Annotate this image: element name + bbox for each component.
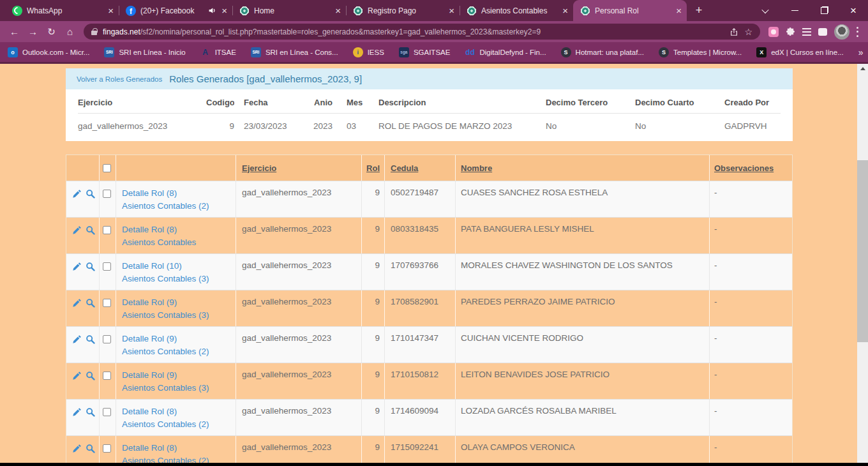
- minimize-button[interactable]: [780, 0, 809, 21]
- reading-list-icon[interactable]: [802, 28, 811, 36]
- row-checkbox[interactable]: [103, 408, 111, 416]
- bookmark-label: SRI en Línea - Cons...: [266, 49, 338, 56]
- tab-search-chevron-icon[interactable]: [751, 0, 780, 21]
- bookmark-item[interactable]: S Hotmart: una plataf...: [561, 47, 644, 57]
- restore-button[interactable]: [809, 0, 839, 21]
- bookmark-item[interactable]: sga SGAITSAE: [399, 47, 451, 57]
- tab-close-icon[interactable]: [108, 6, 114, 15]
- detalle-rol-link[interactable]: Detalle Rol (8): [122, 223, 236, 236]
- browser-tab[interactable]: (20+) Facebook: [119, 0, 232, 21]
- asientos-contables-link[interactable]: Asientos Contables (2): [122, 345, 236, 358]
- reload-icon[interactable]: ↻: [43, 26, 60, 38]
- bookmark-item[interactable]: SRI SRI en Línea - Inicio: [104, 47, 185, 57]
- pink-extension-icon[interactable]: [768, 27, 779, 37]
- bookmark-item[interactable]: SRI SRI en Línea - Cons...: [251, 47, 338, 57]
- row-checkbox[interactable]: [103, 372, 111, 380]
- back-icon[interactable]: ←: [6, 26, 23, 37]
- asientos-contables-link[interactable]: Asientos Contables (3): [122, 382, 236, 395]
- browser-tab[interactable]: Registro Pago: [346, 0, 460, 21]
- scrollbar-up-arrow-icon[interactable]: [857, 64, 868, 73]
- select-all-checkbox[interactable]: [103, 164, 111, 172]
- edit-pencil-icon[interactable]: [72, 262, 82, 271]
- master-value-anio: 2023: [311, 114, 333, 131]
- tab-close-icon[interactable]: [676, 6, 682, 15]
- bookmark-item[interactable]: A ITSAE: [200, 47, 236, 57]
- view-magnifier-icon[interactable]: [86, 407, 95, 417]
- view-magnifier-icon[interactable]: [86, 225, 95, 235]
- cell-rol: 9: [362, 436, 385, 466]
- browser-tab[interactable]: Asientos Contables: [460, 0, 573, 21]
- menu-kebab-icon[interactable]: [857, 27, 859, 37]
- back-to-roles-link[interactable]: Volver a Roles Generados: [77, 75, 162, 83]
- profile-avatar[interactable]: [834, 24, 849, 40]
- bookmark-item[interactable]: S Templates | Microw...: [659, 47, 742, 57]
- bookmark-star-icon[interactable]: [744, 27, 752, 37]
- cell-cedula: 1708582901: [385, 290, 456, 326]
- view-magnifier-icon[interactable]: [86, 189, 95, 199]
- row-checkbox[interactable]: [103, 262, 111, 271]
- edit-pencil-icon[interactable]: [72, 444, 82, 453]
- navigation-toolbar: ← → ↻ ⌂ fingads.net/sf2/nomina/personal_…: [0, 21, 868, 42]
- view-magnifier-icon[interactable]: [86, 444, 95, 453]
- asientos-contables-link[interactable]: Asientos Contables (3): [122, 309, 236, 322]
- edit-pencil-icon[interactable]: [72, 225, 82, 235]
- cell-ejercicio: gad_vallehermos_2023: [236, 290, 362, 326]
- column-header-nombre[interactable]: Nombre: [461, 163, 492, 173]
- tab-close-icon[interactable]: [335, 6, 341, 15]
- forward-icon[interactable]: →: [24, 26, 41, 37]
- edit-pencil-icon[interactable]: [72, 334, 82, 344]
- row-checkbox[interactable]: [103, 226, 111, 234]
- asientos-contables-link[interactable]: Asientos Contables (3): [122, 273, 236, 285]
- view-magnifier-icon[interactable]: [86, 262, 95, 271]
- browser-tab[interactable]: Personal Rol: [573, 0, 687, 21]
- browser-tab[interactable]: WhatsApp: [5, 0, 119, 21]
- cell-cedula: 1707693766: [385, 254, 456, 290]
- edit-pencil-icon[interactable]: [72, 189, 82, 199]
- vertical-scrollbar[interactable]: [857, 64, 868, 466]
- address-bar[interactable]: fingads.net/sf2/nomina/personal_rol_list…: [84, 24, 760, 40]
- browser-tab[interactable]: Home: [232, 0, 346, 21]
- view-magnifier-icon[interactable]: [86, 298, 95, 308]
- column-header-observaciones[interactable]: Observaciones: [714, 163, 774, 173]
- close-window-button[interactable]: [839, 0, 868, 21]
- scrollbar-thumb[interactable]: [857, 160, 868, 342]
- edit-pencil-icon[interactable]: [72, 407, 82, 417]
- cell-ejercicio: gad_vallehermos_2023: [236, 181, 362, 217]
- edit-pencil-icon[interactable]: [72, 298, 82, 308]
- row-checkbox[interactable]: [103, 444, 111, 453]
- view-magnifier-icon[interactable]: [86, 371, 95, 380]
- row-checkbox[interactable]: [103, 190, 111, 198]
- edit-pencil-icon[interactable]: [72, 371, 82, 380]
- asientos-contables-link[interactable]: Asientos Contables (2): [122, 200, 236, 213]
- bookmark-item[interactable]: dd DigitalDefynd - Fin...: [465, 47, 546, 57]
- tab-close-icon[interactable]: [562, 6, 568, 15]
- asientos-contables-link[interactable]: Asientos Contables (2): [122, 418, 236, 431]
- tab-audio-icon[interactable]: [208, 6, 217, 15]
- detalle-rol-link[interactable]: Detalle Rol (10): [122, 260, 236, 273]
- tab-close-icon[interactable]: [221, 6, 227, 15]
- column-header-ejercicio[interactable]: Ejercicio: [242, 163, 276, 173]
- lock-icon[interactable]: [91, 31, 97, 35]
- new-tab-button[interactable]: [689, 1, 708, 20]
- column-header-cedula[interactable]: Cedula: [391, 163, 418, 173]
- detalle-rol-link[interactable]: Detalle Rol (8): [122, 442, 236, 455]
- asientos-contables-link[interactable]: Asientos Contables: [122, 236, 236, 249]
- detalle-rol-link[interactable]: Detalle Rol (9): [122, 333, 236, 345]
- row-checkbox[interactable]: [103, 335, 111, 343]
- detalle-rol-link[interactable]: Detalle Rol (9): [122, 296, 236, 309]
- home-icon[interactable]: ⌂: [61, 26, 79, 37]
- column-header-rol[interactable]: Rol: [366, 163, 380, 173]
- share-icon[interactable]: [730, 27, 738, 36]
- tab-close-icon[interactable]: [449, 6, 454, 15]
- view-magnifier-icon[interactable]: [86, 334, 95, 344]
- detalle-rol-link[interactable]: Detalle Rol (8): [122, 187, 236, 200]
- detalle-rol-link[interactable]: Detalle Rol (8): [122, 405, 236, 418]
- bookmark-item[interactable]: X edX | Cursos en líne...: [756, 47, 844, 57]
- extensions-puzzle-icon[interactable]: [786, 27, 795, 36]
- row-checkbox[interactable]: [103, 299, 111, 307]
- side-panel-icon[interactable]: [818, 28, 827, 36]
- detalle-rol-link[interactable]: Detalle Rol (9): [122, 369, 236, 382]
- bookmarks-overflow-icon[interactable]: [858, 47, 864, 57]
- bookmark-item[interactable]: i IESS: [353, 47, 384, 57]
- bookmark-item[interactable]: o Outlook.com - Micr...: [8, 47, 89, 57]
